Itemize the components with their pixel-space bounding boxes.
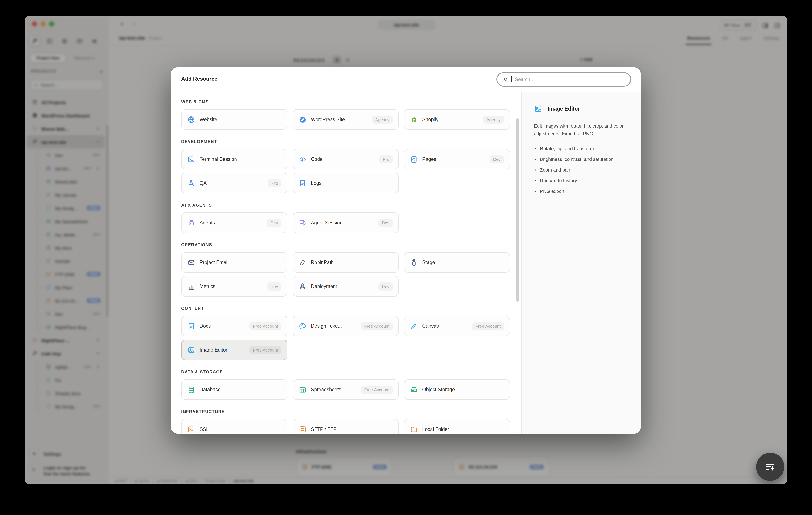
resource-card-sftp-ftp[interactable]: SFTP / FTP	[293, 419, 399, 434]
section-label: INFRASTRUCTURE	[181, 409, 510, 414]
screen: Project ViewResource V... PROJECTS All P…	[0, 0, 812, 515]
resource-section: DATA & STORAGE Database Spreadsheets Fre…	[181, 370, 510, 400]
section-label: AI & AGENTS	[181, 203, 510, 207]
plan-badge: Dev	[378, 219, 393, 227]
resource-card-local-folder[interactable]: Local Folder	[404, 419, 510, 434]
section-label: OPERATIONS	[181, 242, 510, 247]
modal-scrollbar[interactable]	[517, 118, 519, 302]
logs-icon	[298, 179, 307, 187]
resource-card-docs[interactable]: Docs Free Account	[181, 316, 287, 336]
section-label: DATA & STORAGE	[181, 370, 510, 374]
code-icon	[298, 155, 307, 163]
plan-badge: Pro	[379, 155, 393, 163]
feature-item: Zoom and pan	[534, 167, 630, 172]
resource-card-terminal-session[interactable]: Terminal Session	[181, 149, 287, 169]
resource-section: DEVELOPMENT Terminal Session Code Pro Pa…	[181, 139, 510, 193]
resource-card-ssh[interactable]: SSH	[181, 419, 287, 434]
resource-card-image-editor[interactable]: Image Editor Free Account	[181, 340, 287, 360]
doc-icon	[187, 322, 195, 330]
folder-icon	[410, 425, 418, 433]
resource-section: OPERATIONS Project Email RobinPath Stage…	[181, 242, 510, 297]
section-label: WEB & CMS	[181, 100, 510, 104]
app-window: Project ViewResource V... PROJECTS All P…	[25, 16, 787, 484]
modal-search-input[interactable]	[515, 77, 625, 82]
plan-badge: Free Account	[361, 385, 393, 394]
feature-item: Undo/redo history	[534, 178, 630, 183]
resource-card-design-toke-[interactable]: Design Toke... Free Account	[293, 316, 399, 336]
plan-badge: Free Account	[472, 322, 504, 330]
drive-icon	[410, 385, 418, 394]
assistant-fab-button[interactable]	[756, 453, 784, 481]
resource-section: WEB & CMS Website WordPress Site Agency …	[181, 100, 510, 130]
resource-card-logs[interactable]: Logs	[293, 173, 399, 193]
detail-description: Edit images with rotate, flip, crop, and…	[534, 123, 630, 137]
plan-badge: Free Account	[250, 346, 282, 354]
flask-icon	[187, 179, 195, 187]
robot-icon	[187, 219, 195, 227]
pen-icon	[410, 322, 418, 330]
wordpress-icon	[298, 115, 307, 124]
plan-badge: Dev	[267, 219, 282, 227]
globe-icon	[187, 115, 195, 124]
add-resource-modal: Add Resource WEB & CMS Website WordPress…	[171, 67, 641, 434]
page-icon	[410, 155, 418, 163]
section-label: CONTENT	[181, 306, 510, 310]
database-icon	[187, 385, 195, 394]
sparkle-lines-icon	[764, 460, 777, 473]
modal-search[interactable]	[497, 73, 630, 86]
resource-card-shopify[interactable]: Shopify Agency	[404, 109, 510, 130]
resource-card-qa[interactable]: QA Pro	[181, 173, 287, 193]
resource-card-stage[interactable]: Stage	[404, 252, 510, 273]
plan-badge: Free Account	[250, 322, 282, 330]
text-cursor	[511, 76, 512, 82]
resource-card-code[interactable]: Code Pro	[293, 149, 399, 169]
resource-detail-panel: Image Editor Edit images with rotate, fl…	[521, 92, 641, 434]
stage-icon	[410, 259, 418, 267]
modal-header: Add Resource	[171, 67, 641, 91]
resource-section: CONTENT Docs Free Account Design Toke...…	[181, 306, 510, 360]
rocket-icon	[298, 282, 307, 290]
feature-item: Rotate, flip, and transform	[534, 146, 630, 151]
resource-card-project-email[interactable]: Project Email	[181, 252, 287, 273]
resource-card-object-storage[interactable]: Object Storage	[404, 379, 510, 400]
resource-card-website[interactable]: Website	[181, 109, 287, 130]
plan-badge: Agency	[483, 115, 504, 124]
chart-icon	[187, 282, 195, 290]
resource-card-robinpath[interactable]: RobinPath	[293, 252, 399, 273]
resource-card-database[interactable]: Database	[181, 379, 287, 400]
resource-card-spreadsheets[interactable]: Spreadsheets Free Account	[293, 379, 399, 400]
terminal-icon	[187, 425, 195, 433]
plan-badge: Dev	[490, 155, 504, 163]
resource-card-canvas[interactable]: Canvas Free Account	[404, 316, 510, 336]
resource-card-deployment[interactable]: Deployment Dev	[293, 276, 399, 297]
palette-icon	[298, 322, 307, 330]
modal-title: Add Resource	[181, 76, 218, 82]
section-label: DEVELOPMENT	[181, 139, 510, 144]
chat-icon	[298, 219, 307, 227]
plan-badge: Free Account	[361, 322, 393, 330]
resource-card-metrics[interactable]: Metrics Dev	[181, 276, 287, 297]
resource-card-wordpress-site[interactable]: WordPress Site Agency	[293, 109, 399, 130]
plan-badge: Dev	[267, 282, 282, 290]
plan-badge: Agency	[372, 115, 393, 124]
resource-card-agents[interactable]: Agents Dev	[181, 213, 287, 233]
resource-card-agent-session[interactable]: Agent Session Dev	[293, 213, 399, 233]
detail-feature-list: Rotate, flip, and transformBrightness, c…	[534, 146, 630, 194]
plan-badge: Dev	[378, 282, 393, 290]
search-icon	[503, 77, 509, 82]
transfer-icon	[298, 425, 307, 433]
resource-section: AI & AGENTS Agents Dev Agent Session Dev	[181, 203, 510, 233]
terminal-icon	[187, 155, 195, 163]
modal-body: WEB & CMS Website WordPress Site Agency …	[171, 92, 641, 434]
mail-icon	[187, 259, 195, 267]
feature-item: PNG export	[534, 189, 630, 194]
image-editor-icon	[534, 105, 543, 113]
resource-card-pages[interactable]: Pages Dev	[404, 149, 510, 169]
table-icon	[298, 385, 307, 394]
bird-icon	[298, 259, 307, 267]
resource-section: INFRASTRUCTURE SSH SFTP / FTP Local Fold…	[181, 409, 510, 434]
feature-item: Brightness, contrast, and saturation	[534, 157, 630, 162]
resource-list: WEB & CMS Website WordPress Site Agency …	[171, 92, 521, 434]
image-icon	[187, 346, 195, 354]
detail-title: Image Editor	[548, 106, 580, 112]
